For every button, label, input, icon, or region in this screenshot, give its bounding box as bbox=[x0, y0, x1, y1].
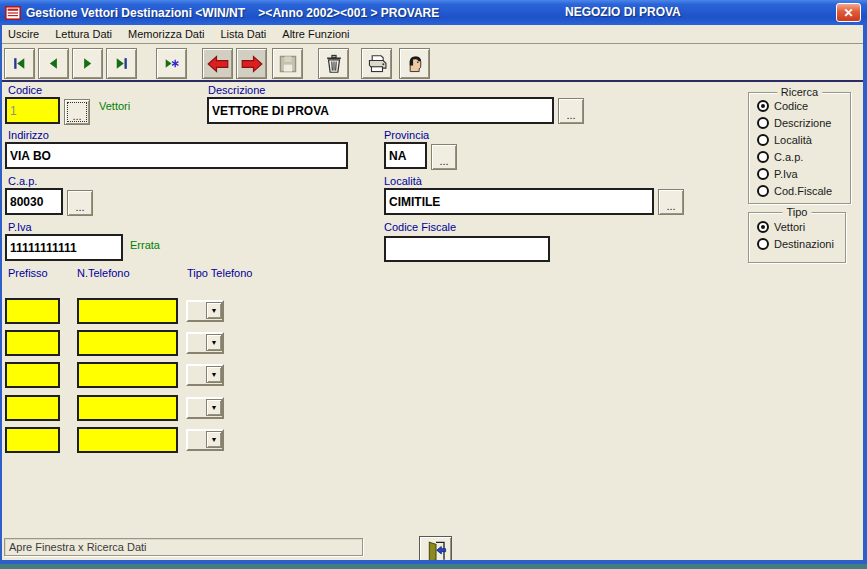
ellipsis-icon: ... bbox=[75, 205, 84, 209]
descrizione-browse-button[interactable]: ... bbox=[558, 98, 584, 124]
title-bar: Gestione Vettori Destinazioni <WIN/NT ><… bbox=[0, 0, 867, 25]
scroll-right-button[interactable] bbox=[236, 48, 267, 79]
ntelefono-input-3[interactable] bbox=[77, 362, 178, 388]
ellipsis-icon: ... bbox=[72, 114, 81, 118]
last-record-button[interactable] bbox=[106, 48, 137, 79]
menu-lista-dati[interactable]: Lista Dati bbox=[220, 28, 266, 40]
menu-memorizza-dati[interactable]: Memorizza Dati bbox=[128, 28, 204, 40]
prefisso-input-4[interactable] bbox=[5, 395, 60, 421]
ricerca-group-title: Ricerca bbox=[777, 86, 822, 98]
close-icon: ✕ bbox=[843, 6, 853, 20]
ricerca-option-cap[interactable]: C.a.p. bbox=[757, 151, 803, 163]
chevron-down-icon[interactable]: ▼ bbox=[206, 399, 222, 416]
tipo-telefono-combo-2[interactable]: ▼ bbox=[186, 332, 224, 354]
tipo-telefono-combo-5[interactable]: ▼ bbox=[186, 429, 224, 451]
cap-input[interactable] bbox=[5, 188, 63, 215]
menu-bar: Uscire Lettura Dati Memorizza Dati Lista… bbox=[0, 25, 867, 44]
codice-fiscale-label: Codice Fiscale bbox=[384, 221, 456, 233]
window-title: Gestione Vettori Destinazioni <WIN/NT ><… bbox=[26, 6, 439, 20]
provincia-browse-button[interactable]: ... bbox=[431, 144, 457, 170]
radio-label: Località bbox=[774, 134, 812, 146]
next-record-icon bbox=[79, 55, 96, 72]
ricerca-option-localita[interactable]: Località bbox=[757, 134, 812, 146]
codice-browse-button[interactable]: ... bbox=[64, 99, 90, 125]
cap-label: C.a.p. bbox=[8, 175, 37, 187]
window-border-left bbox=[0, 25, 2, 560]
ricerca-option-descrizione[interactable]: Descrizione bbox=[757, 117, 831, 129]
ellipsis-icon: ... bbox=[666, 204, 675, 208]
localita-browse-button[interactable]: ... bbox=[658, 189, 684, 215]
application-window: Gestione Vettori Destinazioni <WIN/NT ><… bbox=[0, 0, 867, 569]
printer-icon bbox=[366, 53, 388, 75]
dropdown-arrow: ▼ bbox=[211, 404, 218, 411]
radio-icon bbox=[757, 117, 769, 129]
new-record-icon bbox=[163, 55, 180, 72]
tipo-group-title: Tipo bbox=[783, 206, 812, 218]
prefisso-input-2[interactable] bbox=[5, 330, 60, 356]
scroll-left-button[interactable] bbox=[202, 48, 233, 79]
ricerca-groupbox: Ricerca Codice Descrizione Località C.a.… bbox=[748, 92, 851, 204]
close-button[interactable]: ✕ bbox=[836, 3, 861, 22]
piva-label: P.Iva bbox=[8, 221, 32, 233]
ntelefono-input-2[interactable] bbox=[77, 330, 178, 356]
save-icon-disabled bbox=[277, 53, 299, 75]
menu-uscire[interactable]: Uscire bbox=[8, 28, 39, 40]
prefisso-input-1[interactable] bbox=[5, 298, 60, 324]
descrizione-input[interactable] bbox=[207, 97, 554, 124]
dropdown-arrow: ▼ bbox=[211, 371, 218, 378]
delete-button[interactable] bbox=[318, 48, 349, 79]
previous-record-icon bbox=[45, 55, 62, 72]
new-record-button[interactable] bbox=[156, 48, 187, 79]
piva-input[interactable] bbox=[5, 234, 123, 261]
save-button bbox=[272, 48, 303, 79]
ricerca-option-codice[interactable]: Codice bbox=[757, 100, 808, 112]
ntelefono-input-5[interactable] bbox=[77, 427, 178, 453]
chevron-down-icon[interactable]: ▼ bbox=[206, 334, 222, 351]
localita-label: Località bbox=[384, 175, 422, 187]
codice-fiscale-input[interactable] bbox=[384, 236, 550, 262]
window-icon bbox=[5, 6, 21, 20]
radio-selected-icon bbox=[757, 100, 769, 112]
status-text: Apre Finestra x Ricerca Dati bbox=[9, 541, 147, 553]
prefisso-input-3[interactable] bbox=[5, 362, 60, 388]
chevron-down-icon[interactable]: ▼ bbox=[206, 302, 222, 319]
tipo-telefono-combo-1[interactable]: ▼ bbox=[186, 300, 224, 322]
provincia-input[interactable] bbox=[384, 142, 427, 169]
ntelefono-header: N.Telefono bbox=[77, 267, 130, 279]
indirizzo-label: Indirizzo bbox=[8, 129, 49, 141]
tipo-telefono-combo-3[interactable]: ▼ bbox=[186, 364, 224, 386]
customer-button[interactable] bbox=[399, 48, 430, 79]
cap-browse-button[interactable]: ... bbox=[67, 190, 93, 216]
radio-icon bbox=[757, 185, 769, 197]
store-name: NEGOZIO DI PROVA bbox=[565, 5, 681, 19]
ntelefono-input-4[interactable] bbox=[77, 395, 178, 421]
previous-record-button[interactable] bbox=[38, 48, 69, 79]
chevron-down-icon[interactable]: ▼ bbox=[206, 366, 222, 383]
next-record-button[interactable] bbox=[72, 48, 103, 79]
vettori-tag-label: Vettori bbox=[99, 100, 130, 112]
radio-icon bbox=[757, 151, 769, 163]
localita-input[interactable] bbox=[384, 188, 654, 215]
first-record-button[interactable] bbox=[4, 48, 35, 79]
radio-label: Descrizione bbox=[774, 117, 831, 129]
menu-altre-funzioni[interactable]: Altre Funzioni bbox=[282, 28, 349, 40]
ricerca-option-codfiscale[interactable]: Cod.Fiscale bbox=[757, 185, 832, 197]
indirizzo-input[interactable] bbox=[5, 142, 348, 169]
radio-label: Vettori bbox=[774, 221, 805, 233]
toolbar-separator bbox=[0, 80, 867, 82]
provincia-label: Provincia bbox=[384, 129, 429, 141]
print-button[interactable] bbox=[361, 48, 392, 79]
chevron-down-icon[interactable]: ▼ bbox=[206, 431, 222, 448]
radio-icon bbox=[757, 238, 769, 250]
codice-input[interactable] bbox=[5, 97, 60, 124]
tipo-telefono-combo-4[interactable]: ▼ bbox=[186, 397, 224, 419]
codice-label: Codice bbox=[8, 84, 42, 96]
ricerca-option-piva[interactable]: P.Iva bbox=[757, 168, 798, 180]
prefisso-input-5[interactable] bbox=[5, 427, 60, 453]
tipo-option-destinazioni[interactable]: Destinazioni bbox=[757, 238, 834, 250]
menu-lettura-dati[interactable]: Lettura Dati bbox=[55, 28, 112, 40]
toolbar bbox=[0, 45, 867, 80]
radio-selected-icon bbox=[757, 221, 769, 233]
tipo-option-vettori[interactable]: Vettori bbox=[757, 221, 805, 233]
ntelefono-input-1[interactable] bbox=[77, 298, 178, 324]
